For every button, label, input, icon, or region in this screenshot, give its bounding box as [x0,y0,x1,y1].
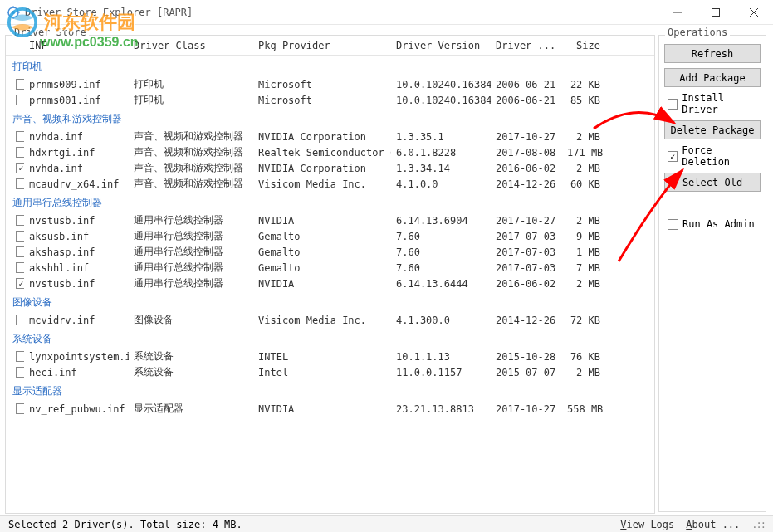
table-row[interactable]: hdxrtgi.inf声音、视频和游戏控制器Realtek Semiconduc… [6,144,654,160]
table-row[interactable]: mcvidrv.inf图像设备Visicom Media Inc.4.1.300… [6,312,654,328]
cell-provider: Realtek Semiconductor Corp. [253,147,391,159]
select-old-button[interactable]: Select Old [664,173,761,192]
close-button[interactable] [735,0,773,25]
group-header[interactable]: 声音、视频和游戏控制器 [6,108,654,129]
statusbar: Selected 2 Driver(s). Total size: 4 MB. … [0,515,773,532]
cell-provider: Gemalto [253,231,391,242]
cell-class: 声音、视频和游戏控制器 [129,177,253,191]
row-checkbox[interactable] [16,95,24,105]
cell-version: 7.60 [391,262,491,274]
row-checkbox[interactable] [16,215,24,226]
cell-class: 通用串行总线控制器 [129,245,253,259]
row-checkbox[interactable] [16,231,24,242]
run-as-admin-checkbox[interactable]: Run As Admin [664,218,761,230]
cell-version: 6.0.1.8228 [391,147,491,159]
cell-date: 2016-06-02 [491,163,562,174]
minimize-icon [673,8,682,17]
group-header[interactable]: 系统设备 [6,328,654,349]
status-text: Selected 2 Driver(s). Total size: 4 MB. [8,519,609,530]
cell-version: 6.14.13.6444 [391,278,491,290]
table-row[interactable]: prnms001.inf打印机Microsoft10.0.10240.16384… [6,92,654,108]
cell-inf: mcvidrv.inf [24,315,129,326]
table-row[interactable]: akshhl.inf通用串行总线控制器Gemalto7.602017-07-03… [6,260,654,276]
row-checkbox[interactable] [16,403,24,414]
col-version[interactable]: Driver Version [391,40,491,51]
driver-store-panel: Driver Store INF Driver Class Pkg Provid… [0,25,657,515]
cell-date: 2017-10-27 [491,403,562,415]
col-date[interactable]: Driver ... [491,40,562,51]
cell-size: 9 MB [562,231,614,242]
row-checkbox[interactable] [16,79,24,90]
table-row[interactable]: aksusb.inf通用串行总线控制器Gemalto7.602017-07-03… [6,228,654,244]
run-as-admin-label: Run As Admin [682,218,755,230]
install-driver-label: Install Driver [682,92,761,115]
col-size[interactable]: Size [562,40,614,51]
group-header[interactable]: 打印机 [6,56,654,76]
cell-version: 23.21.13.8813 [391,403,491,415]
row-checkbox[interactable] [16,315,24,325]
cell-inf: lynxpointsystem.inf [24,351,129,363]
table-row[interactable]: nv_ref_pubwu.inf显示适配器NVIDIA23.21.13.8813… [6,401,654,417]
table-row[interactable]: prnms009.inf打印机Microsoft10.0.10240.16384… [6,76,654,92]
table-row[interactable]: nvstusb.inf通用串行总线控制器NVIDIA6.14.13.644420… [6,276,654,291]
row-checkbox[interactable] [16,367,24,378]
cell-version: 4.1.300.0 [391,315,491,326]
table-row[interactable]: heci.inf系统设备Intel11.0.0.11572015-07-072 … [6,364,654,380]
view-logs-link[interactable]: View Logs [620,519,674,530]
group-header[interactable]: 通用串行总线控制器 [6,192,654,212]
row-checkbox[interactable] [16,178,24,189]
cell-inf: akshhl.inf [24,262,129,274]
row-checkbox[interactable] [16,351,24,362]
cell-class: 声音、视频和游戏控制器 [129,145,253,159]
row-checkbox[interactable] [16,246,24,257]
group-header[interactable]: 图像设备 [6,291,654,312]
install-driver-checkbox[interactable]: Install Driver [664,92,761,115]
row-checkbox[interactable] [16,163,24,173]
cell-version: 1.3.34.14 [391,163,491,174]
cell-version: 4.1.0.0 [391,178,491,190]
cell-inf: nvhda.inf [24,131,129,143]
about-link[interactable]: About ... [686,519,740,530]
add-package-button[interactable]: Add Package [664,68,761,87]
col-inf[interactable]: INF [24,40,129,51]
cell-date: 2014-12-26 [491,315,562,326]
cell-provider: Gemalto [253,262,391,274]
cell-class: 图像设备 [129,313,253,327]
cell-provider: Microsoft [253,95,391,106]
cell-inf: aksusb.inf [24,231,129,242]
cell-date: 2017-07-03 [491,231,562,242]
table-row[interactable]: lynxpointsystem.inf系统设备INTEL10.1.1.13201… [6,349,654,364]
row-checkbox[interactable] [16,147,24,158]
cell-size: 2 MB [562,215,614,227]
cell-class: 系统设备 [129,365,253,379]
driver-list[interactable]: INF Driver Class Pkg Provider Driver Ver… [5,35,655,514]
table-row[interactable]: mcaudrv_x64.inf声音、视频和游戏控制器Visicom Media … [6,176,654,192]
row-checkbox[interactable] [16,278,24,289]
cell-class: 声音、视频和游戏控制器 [129,129,253,144]
force-deletion-checkbox[interactable]: Force Deletion [664,144,761,168]
refresh-button[interactable]: Refresh [664,44,761,63]
table-row[interactable]: akshasp.inf通用串行总线控制器Gemalto7.602017-07-0… [6,244,654,260]
cell-version: 6.14.13.6904 [391,215,491,227]
maximize-button[interactable] [697,0,735,25]
cell-inf: prnms001.inf [24,95,129,106]
cell-size: 76 KB [562,351,614,363]
row-checkbox[interactable] [16,131,24,142]
resize-grip[interactable]: .:: [751,519,765,530]
group-header[interactable]: 显示适配器 [6,380,654,401]
list-header[interactable]: INF Driver Class Pkg Provider Driver Ver… [6,36,654,56]
checkbox-icon [668,219,678,230]
minimize-button[interactable] [658,0,697,25]
cell-size: 1 MB [562,246,614,258]
titlebar: Driver Store Explorer [RAPR] [0,0,773,25]
delete-package-button[interactable]: Delete Package [664,120,761,139]
cell-size: 7 MB [562,262,614,274]
table-row[interactable]: nvhda.inf声音、视频和游戏控制器NVIDIA Corporation1.… [6,129,654,144]
col-provider[interactable]: Pkg Provider [253,40,391,51]
cell-provider: NVIDIA Corporation [253,163,391,174]
row-checkbox[interactable] [16,262,24,273]
col-class[interactable]: Driver Class [129,40,253,51]
table-row[interactable]: nvstusb.inf通用串行总线控制器NVIDIA6.14.13.690420… [6,212,654,228]
table-row[interactable]: nvhda.inf声音、视频和游戏控制器NVIDIA Corporation1.… [6,160,654,176]
cell-provider: NVIDIA [253,403,391,415]
